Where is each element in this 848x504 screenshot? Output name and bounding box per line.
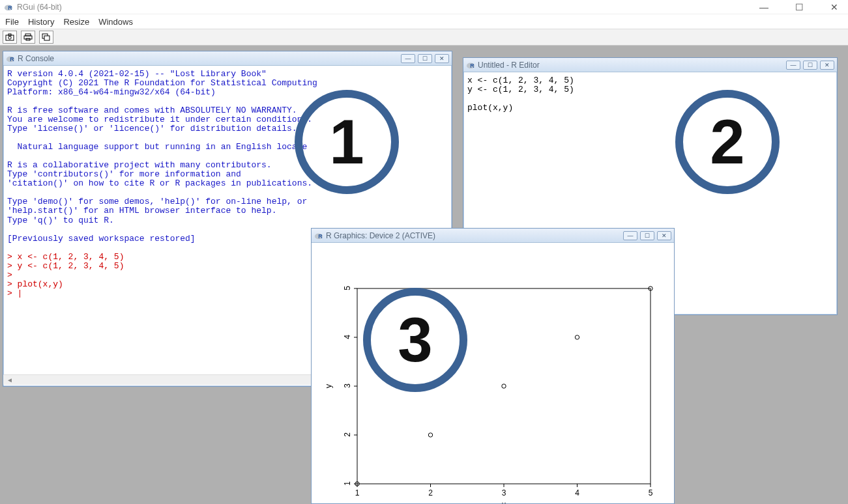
menu-windows[interactable]: Windows [98,17,133,27]
child-close-button[interactable]: ✕ [435,54,449,63]
graphics-titlebar[interactable]: R R Graphics: Device 2 (ACTIVE) — ☐ ✕ [312,229,674,243]
svg-text:2: 2 [428,488,433,497]
printer-icon[interactable] [21,31,35,44]
console-input-text: > x <- c(1, 2, 3, 4, 5) > y <- c(1, 2, 3… [7,252,124,298]
svg-text:R: R [318,233,323,240]
r-logo-icon: R [4,3,13,12]
svg-point-40 [428,433,432,437]
menu-file[interactable]: File [5,17,19,27]
svg-text:1: 1 [355,488,360,497]
svg-text:R: R [470,63,475,69]
svg-point-41 [502,384,506,388]
child-maximize-button[interactable]: ☐ [803,61,817,70]
editor-title: Untitled - R Editor [478,61,786,70]
app-title: RGui (64-bit) [17,3,754,12]
svg-point-42 [575,335,579,339]
minimize-button[interactable]: — [754,2,774,12]
svg-text:3: 3 [343,384,352,388]
menu-resize[interactable]: Resize [63,17,89,27]
r-logo-icon: R [6,54,15,63]
svg-rect-9 [44,36,50,40]
console-titlebar[interactable]: R R Console — ☐ ✕ [3,51,452,66]
svg-text:R: R [8,5,12,11]
svg-text:4: 4 [575,488,579,497]
svg-text:y: y [323,384,333,388]
r-logo-icon: R [314,231,323,240]
scatter-plot: 1234512345yx [312,243,674,503]
child-close-button[interactable]: ✕ [657,231,671,240]
child-minimize-button[interactable]: — [623,231,637,240]
camera-icon[interactable] [3,31,17,44]
mdi-workspace: R R Console — ☐ ✕ R version 4.0.4 (2021-… [0,46,848,504]
graphics-title: R Graphics: Device 2 (ACTIVE) [326,231,623,240]
svg-text:1: 1 [343,481,352,486]
svg-text:2: 2 [343,432,352,437]
close-button[interactable]: ✕ [825,2,844,12]
app-titlebar: R RGui (64-bit) — ☐ ✕ [0,0,848,14]
svg-rect-16 [357,288,651,484]
menubar: File History Resize Windows [0,14,848,29]
graphics-window[interactable]: R R Graphics: Device 2 (ACTIVE) — ☐ ✕ 12… [311,228,675,504]
child-minimize-button[interactable]: — [401,54,415,63]
cascade-icon[interactable] [39,31,53,44]
child-maximize-button[interactable]: ☐ [418,54,432,63]
svg-text:5: 5 [649,488,653,497]
scroll-left-icon[interactable]: ◄ [5,376,15,385]
editor-titlebar[interactable]: R Untitled - R Editor — ☐ ✕ [463,58,837,72]
svg-text:3: 3 [502,488,506,497]
svg-text:R: R [10,56,14,63]
maximize-button[interactable]: ☐ [789,2,809,12]
plot-area: 1234512345yx [312,243,674,503]
child-maximize-button[interactable]: ☐ [640,231,654,240]
console-startup-text: R version 4.0.4 (2021-02-15) -- "Lost Li… [7,69,317,244]
toolbar [0,29,848,46]
child-close-button[interactable]: ✕ [820,61,834,70]
menu-history[interactable]: History [28,17,54,27]
child-minimize-button[interactable]: — [786,61,800,70]
svg-text:4: 4 [343,335,352,339]
r-logo-icon: R [466,61,475,70]
svg-text:x: x [502,499,506,503]
console-cursor: | [18,288,23,298]
svg-text:5: 5 [343,286,352,290]
svg-point-4 [8,36,11,39]
console-title: R Console [18,54,401,63]
